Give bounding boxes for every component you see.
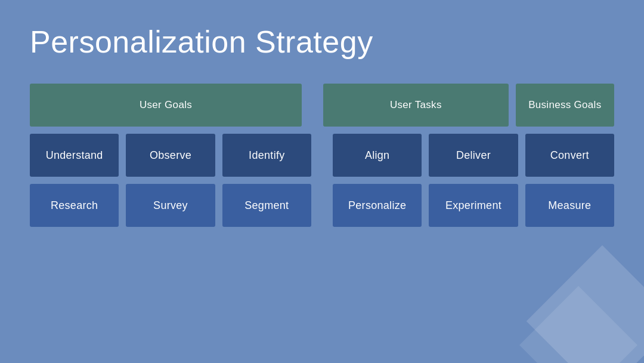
strategy-grid: User Goals User Tasks Business Goals Und… — [30, 84, 614, 227]
survey-cell: Survey — [126, 184, 215, 227]
business-goals-header: Business Goals — [516, 84, 614, 127]
row-gap-3 — [318, 184, 326, 227]
action-row: Understand Observe Identify Align Delive… — [30, 134, 614, 177]
user-goals-header: User Goals — [30, 84, 302, 127]
page-title: Personalization Strategy — [30, 24, 614, 60]
row-gap-1 — [309, 84, 316, 127]
header-row: User Goals User Tasks Business Goals — [30, 84, 614, 127]
measure-cell: Measure — [525, 184, 614, 227]
align-cell: Align — [333, 134, 422, 177]
subaction-row: Research Survey Segment Personalize Expe… — [30, 184, 614, 227]
personalize-cell: Personalize — [333, 184, 422, 227]
observe-cell: Observe — [126, 134, 215, 177]
page: Personalization Strategy User Goals User… — [0, 0, 644, 363]
identify-cell: Identify — [222, 134, 311, 177]
research-cell: Research — [30, 184, 119, 227]
row-gap-2 — [318, 134, 326, 177]
convert-cell: Convert — [525, 134, 614, 177]
user-tasks-header: User Tasks — [323, 84, 509, 127]
deliver-cell: Deliver — [429, 134, 518, 177]
experiment-cell: Experiment — [429, 184, 518, 227]
segment-cell: Segment — [222, 184, 311, 227]
understand-cell: Understand — [30, 134, 119, 177]
